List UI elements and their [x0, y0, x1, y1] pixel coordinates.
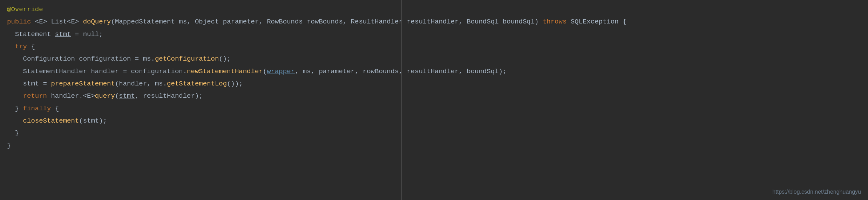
plain2: handler.<E> [47, 92, 95, 100]
plain: Statement [7, 30, 55, 38]
var-stmt4: stmt [83, 117, 99, 125]
plain2: = null; [71, 30, 103, 38]
plain3: SQLException { [567, 18, 626, 26]
plain [7, 117, 23, 125]
method-close: closeStatement [23, 117, 79, 125]
method-prepare: prepareStatement [51, 80, 115, 88]
plain: Configuration configuration = ms. [7, 55, 155, 63]
plain2: { [27, 43, 35, 50]
code-line-8: return handler.<E>query(stmt, resultHand… [0, 90, 868, 102]
plain3: , ms, parameter, rowBounds, resultHandle… [295, 68, 507, 75]
vertical-divider [401, 0, 402, 200]
code-line-5: Configuration configuration = ms.getConf… [0, 53, 868, 65]
plain3: ( [115, 92, 119, 100]
plain [7, 43, 15, 50]
method-getlog: getStatementLog [167, 80, 227, 88]
var-stmt2: stmt [23, 80, 39, 88]
plain: StatementHandler handler = configuration… [7, 68, 187, 75]
method-query: query [95, 92, 115, 100]
code-line-10: closeStatement(stmt); [0, 115, 868, 127]
plain4: ()); [227, 80, 243, 88]
plain2: (MappedStatement ms, Object parameter, R… [111, 18, 542, 26]
var-stmt3: stmt [119, 92, 135, 100]
plain: <E> List<E> [31, 18, 83, 26]
plain: } [7, 129, 19, 137]
param-wrapper: wrapper [267, 68, 295, 75]
keyword-finally: finally [23, 105, 51, 112]
code-line-4: try { [0, 41, 868, 53]
plain: } [7, 105, 23, 112]
plain3: (handler, ms. [115, 80, 167, 88]
keyword-try: try [15, 43, 27, 50]
method-call: getConfiguration [155, 55, 219, 63]
plain [7, 92, 23, 100]
plain: } [7, 142, 11, 150]
code-line-2: public <E> List<E> doQuery(MappedStateme… [0, 16, 868, 28]
code-line-7: stmt = prepareStatement(handler, ms.getS… [0, 78, 868, 90]
method-name: doQuery [83, 18, 111, 26]
watermark: https://blog.csdn.net/zhenghuangyu [772, 187, 861, 196]
var-stmt: stmt [55, 30, 71, 38]
code-line-9: } finally { [0, 103, 868, 115]
keyword-return: return [23, 92, 47, 100]
plain2: { [51, 105, 59, 112]
keyword-throws: throws [543, 18, 567, 26]
code-line-6: StatementHandler handler = configuration… [0, 65, 868, 78]
plain2: ( [79, 117, 83, 125]
plain2: ( [263, 68, 267, 75]
plain2: = [39, 80, 51, 88]
code-editor: @Override public <E> List<E> doQuery(Map… [0, 0, 868, 200]
plain3: ); [99, 117, 107, 125]
code-line-1: @Override [0, 4, 868, 16]
code-line-3: Statement stmt = null; [0, 28, 868, 41]
keyword-public: public [7, 18, 31, 26]
method-call2: newStatementHandler [187, 68, 263, 75]
plain4: , resultHandler); [135, 92, 203, 100]
plain [7, 80, 23, 88]
plain2: (); [219, 55, 231, 63]
annotation: @Override [7, 6, 43, 13]
code-line-11: } [0, 127, 868, 139]
code-line-12: } [0, 140, 868, 152]
